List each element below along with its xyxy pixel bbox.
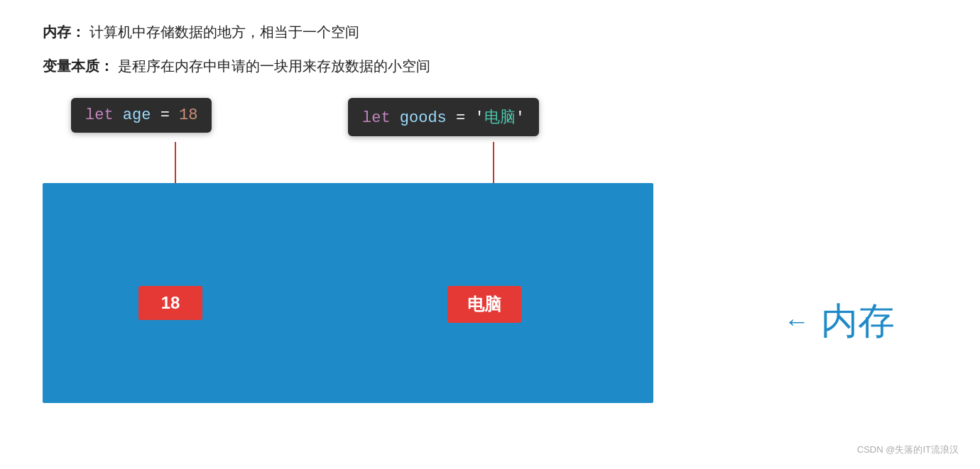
memory-visual: 18 电脑 [43, 183, 653, 403]
kw-str-goods: 电脑 [484, 109, 516, 127]
text-line1: 内存： 计算机中存储数据的地方，相当于一个空间 [43, 21, 937, 43]
line1-normal: 计算机中存储数据的地方，相当于一个空间 [89, 24, 359, 40]
memory-block-wrapper: let age = 18 let goods = '电脑' 18 电脑 [43, 98, 653, 403]
kw-quote-open-goods: ' [474, 109, 484, 127]
page-container: 内存： 计算机中存储数据的地方，相当于一个空间 变量本质： 是程序在内存中申请的… [0, 0, 980, 469]
code-box-age: let age = 18 [71, 98, 212, 133]
kw-let-goods: let [362, 109, 391, 127]
mem-value-age: 18 [138, 286, 202, 320]
memory-label-area: ← 内存 [784, 297, 895, 346]
kw-let-age: let [85, 106, 114, 124]
kw-eq-age: = [160, 106, 170, 124]
arrow-goods [493, 142, 494, 184]
memory-arrow-icon: ← [784, 309, 810, 334]
code-box-goods: let goods = '电脑' [348, 98, 539, 136]
arrow-age [175, 142, 176, 184]
line2-normal: 是程序在内存中申请的一块用来存放数据的小空间 [118, 58, 430, 74]
kw-varname-age: age [123, 106, 151, 124]
kw-eq-goods: = [456, 109, 465, 127]
diagram-area: let age = 18 let goods = '电脑' 18 电脑 ← [43, 98, 937, 403]
memory-label-text: 内存 [821, 297, 895, 346]
line1-bold: 内存： [43, 24, 85, 40]
watermark: CSDN @失落的IT流浪汉 [857, 443, 959, 456]
kw-varname-goods: goods [400, 109, 447, 127]
line2-bold: 变量本质： [43, 58, 114, 74]
mem-value-goods: 电脑 [447, 286, 521, 323]
kw-quote-close-goods: ' [516, 109, 525, 127]
kw-num-age: 18 [179, 106, 197, 124]
text-line2: 变量本质： 是程序在内存中申请的一块用来存放数据的小空间 [43, 55, 937, 77]
